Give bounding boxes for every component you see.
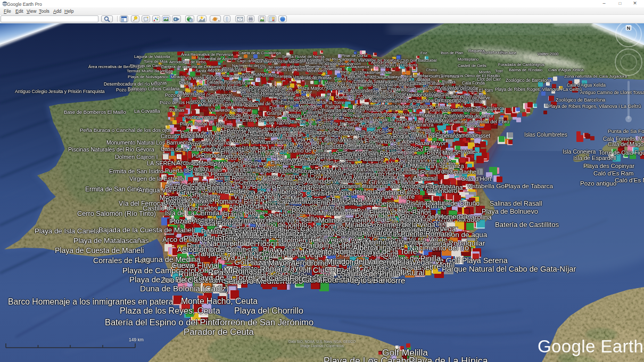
svg-text:149 km: 149 km <box>129 338 144 342</box>
svg-text:N: N <box>627 26 631 31</box>
